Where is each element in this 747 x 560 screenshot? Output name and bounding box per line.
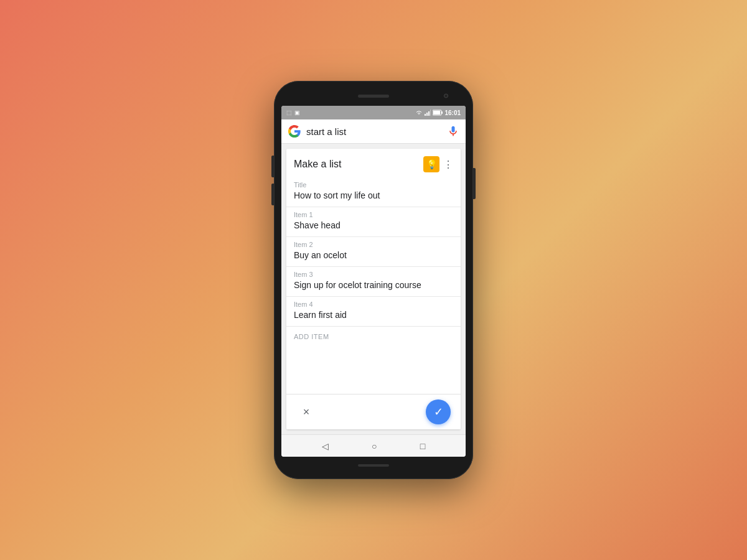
card-header-icons: 💡 ⋮ [423, 156, 453, 172]
content-area: Make a list 💡 ⋮ Title How to sort my lif… [281, 144, 466, 434]
status-time: 16:01 [444, 110, 461, 116]
search-query: start a list [306, 126, 442, 137]
svg-rect-1 [426, 113, 428, 116]
item-4-label: Item 4 [294, 301, 453, 308]
volume-up-button [271, 156, 274, 177]
card-header: Make a list 💡 ⋮ [286, 149, 461, 177]
bottom-pill [358, 464, 389, 467]
item-3-label: Item 3 [294, 271, 453, 278]
item-1-field[interactable]: Item 1 Shave head [286, 207, 461, 237]
bulb-icon: 💡 [426, 159, 437, 169]
speaker-grille [358, 95, 389, 98]
nav-bar: ◁ ○ □ [281, 434, 466, 457]
card-title: Make a list [294, 159, 341, 170]
recents-button[interactable]: □ [420, 441, 425, 451]
volume-down-button [271, 184, 274, 205]
phone-frame: ⬚ ▣ 16 [274, 81, 473, 479]
phone-top-bar [281, 88, 466, 103]
item-3-field[interactable]: Item 3 Sign up for ocelot training cours… [286, 267, 461, 297]
more-options-icon[interactable]: ⋮ [443, 159, 453, 170]
item-2-label: Item 2 [294, 241, 453, 248]
wifi-icon [415, 110, 423, 116]
title-field[interactable]: Title How to sort my life out [286, 177, 461, 207]
google-logo [288, 124, 301, 138]
status-icons-left: ⬚ ▣ [286, 110, 300, 116]
mic-icon[interactable] [447, 125, 459, 138]
svg-rect-6 [433, 111, 440, 114]
svg-rect-5 [441, 111, 443, 114]
phone-screen: ⬚ ▣ 16 [281, 106, 466, 457]
list-card: Make a list 💡 ⋮ Title How to sort my lif… [286, 149, 461, 429]
battery-icon [433, 110, 443, 116]
card-body: Title How to sort my life out Item 1 Sha… [286, 177, 461, 394]
item-2-field[interactable]: Item 2 Buy an ocelot [286, 237, 461, 267]
item-1-label: Item 1 [294, 211, 453, 218]
add-item-section[interactable]: ADD ITEM [286, 327, 461, 344]
close-button[interactable]: × [296, 402, 316, 422]
title-value: How to sort my life out [294, 190, 453, 203]
signal-icon [425, 110, 431, 116]
status-icons-right: 16:01 [415, 110, 461, 116]
item-1-value: Shave head [294, 220, 453, 233]
item-4-field[interactable]: Item 4 Learn first aid [286, 297, 461, 327]
svg-rect-2 [428, 111, 430, 116]
keep-icon[interactable]: 💡 [423, 156, 439, 172]
item-2-value: Buy an ocelot [294, 250, 453, 263]
bag-status-icon: ▣ [294, 110, 300, 116]
power-button [473, 168, 476, 199]
status-bar: ⬚ ▣ 16 [281, 106, 466, 119]
svg-rect-3 [430, 110, 431, 116]
front-camera [444, 94, 448, 98]
action-bar: × ✓ [286, 394, 461, 429]
phone-bottom-bar [281, 459, 466, 472]
title-label: Title [294, 181, 453, 189]
search-bar[interactable]: start a list [281, 119, 466, 144]
confirm-button[interactable]: ✓ [426, 399, 451, 424]
svg-rect-0 [425, 114, 426, 116]
home-button[interactable]: ○ [372, 441, 377, 451]
add-item-label: ADD ITEM [294, 333, 453, 340]
item-3-value: Sign up for ocelot training course [294, 280, 453, 292]
back-button[interactable]: ◁ [322, 441, 329, 451]
item-4-value: Learn first aid [294, 310, 453, 322]
image-status-icon: ⬚ [286, 110, 292, 116]
